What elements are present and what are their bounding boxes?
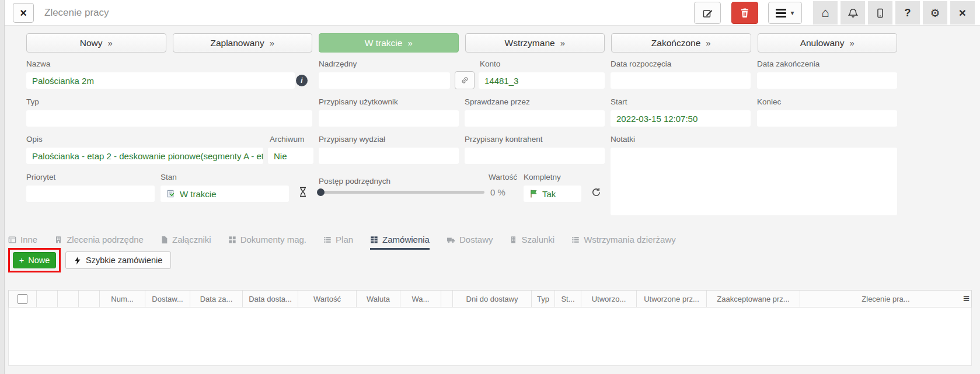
progress-percent-value: 0 %: [490, 187, 505, 197]
chevron-right-icon: »: [107, 38, 112, 48]
mobile-phone-icon: [875, 8, 885, 19]
field-label-koniec: Koniec: [757, 97, 781, 106]
progress-slider-track[interactable]: [319, 191, 484, 194]
file-icon: [161, 236, 168, 244]
trash-icon: [740, 8, 749, 18]
nazwa-field[interactable]: Palościanka 2m: [26, 72, 295, 89]
column-header[interactable]: [441, 291, 453, 307]
tab-dostawy[interactable]: Dostawy: [447, 235, 493, 250]
field-label-data-rozpoczecia: Data rozpoczęcia: [611, 60, 671, 68]
help-tile[interactable]: ?: [895, 1, 920, 25]
link-parent-button[interactable]: [455, 71, 475, 89]
field-label-data-zakonczenia: Data zakończenia: [757, 60, 819, 68]
more-actions-menu-button[interactable]: ▾: [768, 2, 802, 24]
workflow-state-zakonczone[interactable]: Zakończone»: [611, 33, 751, 53]
tab-wstrzymania-dzierzawy[interactable]: Wstrzymania dzierżawy: [571, 235, 676, 250]
collapsed-side-panel: [0, 0, 5, 374]
column-header[interactable]: [79, 291, 100, 307]
column-header-dostawca[interactable]: Dostaw...: [145, 291, 190, 307]
tab-plan[interactable]: Plan: [323, 235, 353, 250]
table-columns-menu-icon[interactable]: ≡: [963, 292, 969, 306]
notatki-textarea[interactable]: [611, 148, 897, 215]
konto-field[interactable]: 14481_3: [479, 72, 605, 89]
column-header-dni-do-dostawy[interactable]: Dni do dostawy: [453, 291, 532, 307]
page-title: Zlecenie pracy: [44, 0, 109, 26]
column-header-data-dostawy[interactable]: Data dosta...: [243, 291, 298, 307]
tab-zamowienia-active[interactable]: Zamówienia: [370, 235, 430, 250]
opis-field[interactable]: Palościanka - etap 2 - deskowanie pionow…: [26, 148, 263, 164]
column-header-data-zamowienia[interactable]: Data za...: [190, 291, 243, 307]
priorytet-field[interactable]: [26, 186, 155, 202]
close-icon: ×: [20, 6, 27, 20]
field-label-przypisany-wydzial: Przypisany wydział: [319, 135, 385, 144]
column-header-utworzone-przez[interactable]: Utworzone prz...: [637, 291, 707, 307]
przypisany-wydzial-field[interactable]: [319, 148, 459, 164]
stan-field[interactable]: W trakcie: [161, 186, 289, 202]
chevron-right-icon: »: [270, 38, 274, 48]
data-rozpoczecia-field[interactable]: [611, 72, 751, 89]
delete-button[interactable]: [731, 2, 758, 24]
column-header-utworzono[interactable]: Utworzo...: [581, 291, 637, 307]
bell-icon: [848, 8, 859, 19]
column-header-waluta[interactable]: Waluta: [357, 291, 400, 307]
column-header[interactable]: [58, 291, 79, 307]
start-field[interactable]: 2022-03-15 12:07:50: [611, 110, 751, 127]
workflow-state-anulowany[interactable]: Anulowany»: [758, 33, 898, 53]
truck-icon: [447, 236, 455, 244]
column-header-wa[interactable]: Wa...: [400, 291, 441, 307]
building-icon: [54, 236, 62, 244]
new-order-button[interactable]: + Nowe: [13, 252, 56, 268]
list-icon: [323, 236, 332, 244]
przypisany-kontrahent-field[interactable]: [465, 148, 605, 164]
przypisany-uzytkownik-field[interactable]: [319, 110, 459, 127]
orders-table-icon: [370, 236, 378, 244]
column-header-numer[interactable]: Num...: [100, 291, 145, 307]
refresh-icon[interactable]: [591, 187, 602, 198]
select-all-cell: [9, 291, 37, 307]
workflow-state-zaplanowany[interactable]: Zaplanowany»: [173, 33, 313, 53]
tab-zalaczniki[interactable]: Załączniki: [161, 235, 211, 250]
chevron-right-icon: »: [849, 38, 854, 48]
field-label-notatki: Notatki: [611, 135, 635, 144]
mobile-app-tile[interactable]: [868, 1, 892, 25]
archiwum-field[interactable]: Nie: [268, 148, 313, 164]
column-header-typ[interactable]: Typ: [532, 291, 555, 307]
field-label-kompletny: Kompletny: [524, 173, 561, 181]
info-icon[interactable]: i: [296, 75, 308, 86]
hourglass-icon[interactable]: [298, 186, 308, 198]
global-nav-tiles: ⌂ ? ⚙ ×: [813, 1, 975, 25]
workflow-state-bar: Nowy» Zaplanowany» W trakcie» Wstrzymane…: [26, 33, 897, 51]
sprawdzane-przez-field[interactable]: [465, 110, 605, 127]
field-label-postep-podrzednych: Postęp podrzędnych: [319, 177, 390, 186]
workflow-state-wstrzymane[interactable]: Wstrzymane»: [465, 33, 605, 53]
select-all-checkbox[interactable]: [18, 294, 27, 304]
workflow-state-nowy[interactable]: Nowy»: [26, 33, 166, 53]
column-header-zlecenie-pracy[interactable]: Zlecenie pra...: [800, 291, 971, 307]
orders-table-header: Num... Dostaw... Data za... Data dosta..…: [8, 290, 972, 307]
settings-tile[interactable]: ⚙: [923, 1, 947, 25]
progress-slider-handle[interactable]: [317, 188, 325, 196]
koniec-field[interactable]: [757, 110, 897, 127]
tab-zlecenia-podrzedne[interactable]: Zlecenia podrzędne: [54, 235, 144, 250]
typ-field[interactable]: [26, 110, 312, 127]
data-zakonczenia-field[interactable]: [757, 72, 897, 89]
hamburger-menu-icon: [776, 7, 786, 19]
edit-button[interactable]: [694, 2, 721, 24]
lightning-bolt-icon: [74, 256, 81, 265]
workflow-state-w-trakcie-active[interactable]: W trakcie»: [319, 33, 459, 53]
chevron-right-icon: »: [407, 38, 412, 48]
notifications-tile[interactable]: [841, 1, 865, 25]
column-header-st[interactable]: St...: [555, 291, 581, 307]
kompletny-field[interactable]: Tak: [524, 186, 581, 202]
close-app-tile[interactable]: ×: [950, 1, 975, 25]
quick-order-button[interactable]: Szybkie zamówienie: [65, 251, 171, 269]
tab-szalunki[interactable]: Szalunki: [510, 235, 554, 250]
home-tile[interactable]: ⌂: [813, 1, 838, 25]
close-record-button[interactable]: ×: [13, 3, 34, 23]
tab-dokumenty-mag[interactable]: Dokumenty mag.: [228, 235, 306, 250]
field-label-typ: Typ: [26, 97, 39, 106]
column-header[interactable]: [37, 291, 58, 307]
column-header-wartosc[interactable]: Wartość: [298, 291, 357, 307]
nadrzedny-field[interactable]: [319, 72, 450, 89]
column-header-zaakceptowane-przez[interactable]: Zaakceptowane prz...: [707, 291, 800, 307]
